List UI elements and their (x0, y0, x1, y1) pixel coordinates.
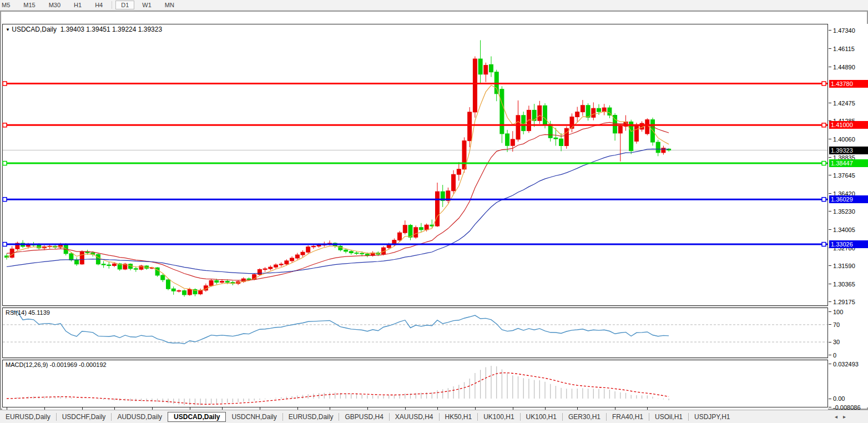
axis-tick-mark (829, 48, 831, 49)
timeframe-toolbar: M5M15M30H1H4D1W1MN (0, 0, 868, 11)
candle-body (634, 125, 638, 141)
candle-body (425, 225, 428, 230)
candle-body (225, 281, 229, 283)
axis-tick-mark (829, 139, 831, 139)
tab-eurusd-daily[interactable]: EURUSD,Daily (283, 412, 339, 422)
candle-body (317, 245, 321, 246)
candle-body (586, 105, 590, 118)
tab-hk50-h1[interactable]: HK50,H1 (440, 412, 478, 422)
tab-ger30-h1[interactable]: GER30,H1 (563, 412, 606, 422)
timeframe-button-h1[interactable]: H1 (68, 1, 87, 9)
price-axis-label: 1.34005 (833, 226, 855, 233)
candle-body (349, 251, 353, 253)
line-handle[interactable] (822, 198, 826, 202)
candle-body (113, 264, 117, 265)
line-handle[interactable] (822, 162, 826, 165)
price-axis-label: 1.30365 (833, 281, 855, 288)
timeframe-button-m15[interactable]: M15 (18, 1, 41, 9)
timeframe-button-w1[interactable]: W1 (137, 1, 157, 9)
candle-body (387, 245, 391, 248)
tab-usoil-h1[interactable]: USOil,H1 (649, 412, 688, 422)
axis-tick-mark (829, 229, 831, 230)
rsi-label: RSI(14) 45.1139 (6, 309, 50, 316)
tab-uk100-h1[interactable]: UK100,H1 (521, 412, 562, 422)
chart-ohlc-values: 1.39403 1.39451 1.39224 1.39323 (60, 26, 163, 33)
candle-body (177, 291, 181, 291)
candle-body (69, 254, 73, 260)
timeframe-button-h4[interactable]: H4 (89, 1, 108, 9)
tab-eurusd-daily[interactable]: EURUSD,Daily (0, 412, 56, 422)
axis-tick-mark (829, 399, 831, 399)
timeframe-button-m30[interactable]: M30 (43, 1, 66, 9)
main-panel-border (3, 24, 828, 306)
candle-body (478, 59, 482, 74)
tab-xauusd-h4[interactable]: XAUUSD,H4 (390, 412, 439, 422)
candle-body (209, 280, 213, 285)
hline-price-tag[interactable]: 1.41000 (829, 121, 868, 129)
price-axis-label: 1.31590 (833, 263, 855, 269)
candle-body (75, 260, 79, 264)
chevron-down-icon[interactable]: ▼ (6, 27, 10, 32)
tab-usdjpy-h1[interactable]: USDJPY,H1 (689, 412, 735, 422)
candle-body (80, 251, 84, 264)
tab-usdchf-daily[interactable]: USDCHF,Daily (57, 412, 112, 422)
line-handle[interactable] (3, 123, 7, 127)
candle-body (247, 279, 251, 279)
candle-body (457, 169, 461, 174)
candle-body (554, 138, 558, 139)
candle-body (511, 139, 514, 145)
candle-body (188, 290, 191, 295)
candle-body (419, 228, 423, 230)
candle-body (473, 59, 477, 112)
line-handle[interactable] (3, 243, 7, 246)
timeframe-button-m5[interactable]: M5 (0, 1, 16, 9)
tab-scroll-left-icon[interactable]: ◂ (835, 414, 837, 420)
toolbar-separator (112, 1, 112, 9)
rsi-panel-border (3, 308, 828, 358)
timeframe-button-mn[interactable]: MN (159, 1, 180, 9)
candle-body (295, 255, 299, 258)
candle-body (618, 127, 622, 133)
tab-fra40-h1[interactable]: FRA40,H1 (607, 412, 649, 422)
candle-body (311, 246, 315, 246)
line-handle[interactable] (3, 82, 7, 85)
candle-body (269, 267, 272, 269)
rsi-axis-label: 0 (833, 352, 836, 359)
hline-price-tag[interactable]: 1.38447 (829, 159, 868, 167)
current-price-tag: 1.39323 (829, 147, 868, 154)
macd-panel-canvas[interactable] (2, 360, 828, 407)
timeframe-button-d1[interactable]: D1 (115, 1, 134, 9)
tab-uk100-h1[interactable]: UK100,H1 (478, 412, 519, 422)
candle-body (489, 64, 493, 72)
macd-label: MACD(12,26,9) -0.001969 -0.000192 (6, 361, 107, 368)
candle-body (559, 139, 563, 145)
main-chart-canvas[interactable] (2, 24, 828, 306)
hline-price-tag[interactable]: 1.33026 (829, 240, 868, 248)
candle-body (263, 269, 267, 269)
line-handle[interactable] (822, 123, 826, 127)
candle-body (301, 252, 305, 255)
line-handle[interactable] (822, 243, 826, 246)
tab-usdcad-daily[interactable]: USDCAD,Daily (168, 412, 226, 422)
candle-body (274, 265, 278, 267)
axis-tick-mark (829, 342, 831, 343)
chart-symbol-label: USDCAD,Daily (12, 26, 57, 33)
hline-price-tag[interactable]: 1.43780 (829, 80, 868, 88)
tab-audusd-daily[interactable]: AUDUSD,Daily (112, 412, 168, 422)
candle-body (102, 264, 105, 265)
line-handle[interactable] (822, 82, 826, 85)
chart-title: ▼ USDCAD,Daily 1.39403 1.39451 1.39224 1… (6, 26, 162, 33)
tab-gbpusd-h4[interactable]: GBPUSD,H4 (339, 412, 388, 422)
line-handle[interactable] (3, 198, 7, 202)
tab-usdcnh-daily[interactable]: USDCNH,Daily (226, 412, 282, 422)
rsi-panel-canvas[interactable] (2, 308, 828, 358)
hline-price-tag[interactable]: 1.36029 (829, 195, 868, 203)
price-axis: 1.473401.461151.448901.424751.412851.400… (828, 24, 868, 407)
price-axis-label: 1.47340 (833, 27, 855, 34)
tab-scroll-right-icon[interactable]: ▸ (843, 414, 846, 420)
candle-body (360, 253, 364, 254)
candle-body (527, 110, 531, 130)
axis-tick-mark (829, 301, 831, 302)
axis-tick-mark (829, 407, 831, 407)
line-handle[interactable] (3, 162, 7, 165)
